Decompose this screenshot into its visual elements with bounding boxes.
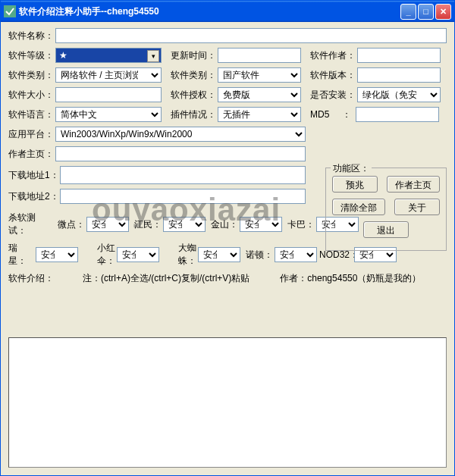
window-title: 软件介绍注释小助手--cheng54550 <box>19 5 400 18</box>
author-input[interactable] <box>357 48 441 63</box>
label-md5: MD5 <box>310 109 339 120</box>
dl1-input[interactable] <box>60 166 306 184</box>
av-drweb: 大蜘蛛： <box>162 242 196 268</box>
preview-button[interactable]: 预兆 <box>332 176 378 193</box>
label-lang: 软件语言： <box>8 108 52 121</box>
av-jiangmin: 江民： <box>131 218 162 231</box>
minimize-button[interactable]: _ <box>400 4 416 20</box>
av-jiangmin-select[interactable]: 安全 <box>163 217 206 232</box>
av-norton-select[interactable]: 安全 <box>275 247 317 262</box>
label-name: 软件名称： <box>8 30 52 42</box>
plugin-select[interactable]: 无插件 <box>218 107 301 122</box>
platform-select[interactable]: Win2003/WinXp/Win9x/Win2000 <box>55 127 306 142</box>
label-avtest: 杀软测试： <box>8 211 52 237</box>
app-icon <box>4 5 16 17</box>
svg-rect-0 <box>4 5 16 17</box>
dl2-input[interactable] <box>60 189 306 204</box>
hint-text: 注：(ctrl+A)全选/(ctrl+C)复制/(ctrl+V)粘贴 <box>83 272 249 285</box>
window-buttons: _ □ ✕ <box>400 4 451 20</box>
av-norton: 诺顿： <box>243 249 273 261</box>
av-avira: 小红伞： <box>80 242 115 268</box>
av-drweb-select[interactable]: 安全 <box>198 247 240 262</box>
label-update: 更新时间： <box>171 49 215 62</box>
label-author: 软件作者： <box>310 49 354 62</box>
credit-text: 作者：cheng54550（奶瓶是我的） <box>280 272 421 285</box>
av-weidian: 微点： <box>55 218 85 231</box>
av-jinshan-select[interactable]: 安全 <box>240 217 282 232</box>
language-select[interactable]: 简体中文 <box>55 107 162 122</box>
name-input[interactable] <box>55 28 447 43</box>
label-version: 软件版本： <box>310 69 354 82</box>
label-size: 软件大小： <box>8 89 52 102</box>
label-cat1: 软件类别： <box>8 69 52 82</box>
label-cat2: 软件类别： <box>171 69 215 82</box>
funcbox-legend: 功能区： <box>331 162 372 175</box>
rating-select[interactable]: ★ <box>55 48 162 63</box>
label-license: 软件授权： <box>171 89 215 102</box>
av-ruixing-select[interactable]: 安全 <box>36 247 78 262</box>
update-input[interactable] <box>218 48 301 63</box>
license-select[interactable]: 免费版 <box>218 87 301 102</box>
av-ruixing: 瑞星： <box>8 242 34 268</box>
about-button[interactable]: 关于 <box>394 199 440 215</box>
av-avira-select[interactable]: 安全 <box>117 247 159 262</box>
label-dl2: 下载地址2： <box>8 190 57 203</box>
app-window: 软件介绍注释小助手--cheng54550 _ □ ✕ 软件名称： 软件等级： … <box>0 0 455 476</box>
av-jinshan: 金山： <box>208 218 238 231</box>
maximize-button[interactable]: □ <box>418 4 434 20</box>
label-intro: 软件介绍： <box>8 272 52 285</box>
titlebar: 软件介绍注释小助手--cheng54550 _ □ ✕ <box>1 1 454 22</box>
label-dl1: 下载地址1： <box>8 169 57 182</box>
size-input[interactable] <box>55 87 162 102</box>
intro-textarea[interactable] <box>8 337 447 468</box>
colon: ： <box>342 108 353 121</box>
exit-button[interactable]: 退出 <box>363 221 409 238</box>
label-plugin: 插件情况： <box>171 108 215 121</box>
label-rating: 软件等级： <box>8 49 52 62</box>
clearall-button[interactable]: 清除全部 <box>332 199 385 215</box>
authorhome-input[interactable] <box>55 146 306 161</box>
install-select[interactable]: 绿化版（免安装） <box>357 87 441 102</box>
function-panel: 功能区： 预兆 作者主页 清除全部 关于 退出 <box>325 168 447 251</box>
content-area: 软件名称： 软件等级： ★ 更新时间： 软件作者： 软件类别： 网络软件 / 主… <box>1 22 454 475</box>
av-kaba: 卡巴： <box>284 218 315 231</box>
close-button[interactable]: ✕ <box>435 4 451 20</box>
category2-select[interactable]: 国产软件 <box>218 67 301 83</box>
authorpage-button[interactable]: 作者主页 <box>387 176 440 193</box>
label-authorhome: 作者主页： <box>8 148 52 161</box>
av-weidian-select[interactable]: 安全 <box>86 217 129 232</box>
category1-select[interactable]: 网络软件 / 主页浏览 <box>55 67 162 83</box>
label-platform: 应用平台： <box>8 128 52 141</box>
version-input[interactable] <box>357 67 441 83</box>
md5-input[interactable] <box>356 107 439 122</box>
label-install: 是否安装： <box>310 89 354 102</box>
